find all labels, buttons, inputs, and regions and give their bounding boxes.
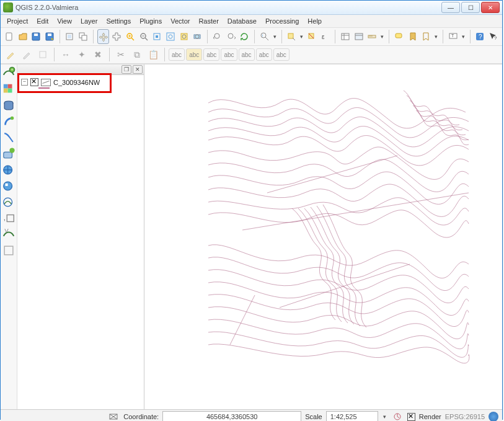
menubar: Project Edit View Layer Settings Plugins…: [1, 15, 502, 28]
cut-button[interactable]: ✂: [113, 47, 128, 62]
add-wms-button[interactable]: [1, 162, 16, 177]
paste-button[interactable]: 📋: [146, 47, 161, 62]
label-tool-4-button[interactable]: abc: [221, 48, 237, 61]
whats-this-button[interactable]: ?: [487, 29, 500, 44]
menu-database[interactable]: Database: [224, 16, 260, 26]
select-button[interactable]: [285, 29, 298, 44]
label-tool-5-button[interactable]: abc: [239, 48, 255, 61]
measure-menu-icon[interactable]: ▾: [379, 33, 385, 40]
identify-button[interactable]: i: [259, 29, 271, 44]
help-button[interactable]: ?: [474, 29, 486, 44]
bookmark-new-button[interactable]: [407, 29, 419, 44]
copy-button[interactable]: ⧉: [130, 47, 144, 62]
add-vector-layer-button[interactable]: +: [1, 66, 16, 81]
scale-input[interactable]: 1:42,525: [326, 411, 378, 421]
maximize-button[interactable]: ☐: [461, 2, 480, 13]
svg-line-14: [145, 38, 148, 40]
svg-rect-64: [7, 215, 14, 222]
menu-settings[interactable]: Settings: [102, 16, 135, 26]
new-composer-button[interactable]: [64, 29, 76, 44]
delete-selected-button[interactable]: ✖: [91, 47, 105, 62]
svg-text:+: +: [11, 68, 13, 72]
move-feature-button[interactable]: ↔: [58, 47, 73, 62]
layer-expand-icon[interactable]: −: [21, 79, 28, 86]
new-memory-layer-button[interactable]: [1, 243, 16, 258]
lock-scale-button[interactable]: [391, 410, 404, 421]
composer-manager-button[interactable]: [77, 29, 89, 44]
panel-close-button[interactable]: ✕: [133, 65, 143, 74]
crs-label[interactable]: EPSG:26915: [445, 413, 485, 420]
zoom-layer-button[interactable]: [192, 29, 204, 44]
save-project-button[interactable]: [30, 29, 42, 44]
toggle-extents-button[interactable]: [107, 410, 120, 421]
menu-vector[interactable]: Vector: [167, 16, 193, 26]
zoom-selection-button[interactable]: [178, 29, 190, 44]
add-feature-button[interactable]: [35, 47, 50, 62]
edit-toggle-button[interactable]: [3, 47, 18, 62]
label-tool-1-button[interactable]: abc: [169, 48, 185, 61]
add-wfs-button[interactable]: [1, 195, 16, 210]
zoom-native-button[interactable]: [151, 29, 163, 44]
node-tool-button[interactable]: ✦: [74, 47, 89, 62]
pan-to-selection-button[interactable]: [110, 29, 123, 44]
bookmarks-menu-icon[interactable]: ▾: [433, 33, 439, 40]
deselect-button[interactable]: [306, 29, 318, 44]
menu-raster[interactable]: Raster: [195, 16, 222, 26]
menu-view[interactable]: View: [53, 16, 76, 26]
new-project-button[interactable]: [3, 29, 15, 44]
save-project-as-button[interactable]: [43, 29, 56, 44]
expression-select-button[interactable]: ε: [319, 29, 332, 44]
menu-help[interactable]: Help: [304, 16, 325, 26]
zoom-full-button[interactable]: [164, 29, 177, 44]
annotation-menu-icon[interactable]: ▾: [461, 33, 466, 40]
identify-menu-icon[interactable]: ▾: [272, 33, 278, 40]
add-raster-layer-button[interactable]: [1, 82, 16, 97]
svg-rect-29: [288, 33, 293, 38]
text-annotation-button[interactable]: T: [447, 29, 459, 44]
open-table-button[interactable]: [339, 29, 351, 44]
measure-button[interactable]: [366, 29, 379, 44]
svg-text:ε: ε: [322, 33, 325, 40]
menu-project[interactable]: Project: [3, 16, 32, 26]
menu-processing[interactable]: Processing: [262, 16, 303, 26]
add-postgis-button[interactable]: [1, 98, 16, 113]
zoom-in-button[interactable]: [124, 29, 136, 44]
zoom-out-button[interactable]: [138, 29, 150, 44]
panel-undock-button[interactable]: ❐: [122, 65, 131, 74]
map-tips-button[interactable]: [393, 29, 405, 44]
map-canvas[interactable]: [144, 64, 502, 409]
label-tool-3-button[interactable]: abc: [203, 48, 219, 61]
add-oracle-button[interactable]: [1, 146, 16, 161]
add-csv-button[interactable]: ,: [1, 211, 16, 226]
zoom-next-button[interactable]: [225, 29, 237, 44]
crs-globe-icon[interactable]: [489, 412, 498, 421]
label-tool-6-button[interactable]: abc: [256, 48, 272, 61]
pan-button[interactable]: [97, 29, 110, 44]
new-vector-layer-button[interactable]: V: [1, 227, 16, 242]
close-button[interactable]: ✕: [481, 2, 500, 13]
svg-rect-17: [156, 35, 158, 38]
menu-layer[interactable]: Layer: [77, 16, 102, 26]
refresh-button[interactable]: [238, 29, 250, 44]
menu-edit[interactable]: Edit: [33, 16, 52, 26]
add-mssql-button[interactable]: [1, 130, 16, 145]
layer-visibility-checkbox[interactable]: [30, 78, 38, 86]
scale-dropdown-icon[interactable]: ▾: [382, 414, 387, 420]
field-calc-button[interactable]: [353, 29, 365, 44]
add-spatialite-button[interactable]: [1, 114, 16, 129]
label-tool-7-button[interactable]: abc: [273, 48, 290, 61]
label-tool-2-button[interactable]: abc: [186, 48, 202, 61]
coordinate-input[interactable]: 465684,3360530: [162, 411, 301, 421]
open-project-button[interactable]: [17, 29, 29, 44]
save-edits-button[interactable]: [19, 47, 34, 62]
add-wcs-button[interactable]: [1, 179, 16, 193]
layer-item[interactable]: − C_3009346NW: [20, 78, 141, 87]
zoom-last-button[interactable]: [211, 29, 224, 44]
select-menu-icon[interactable]: ▾: [299, 33, 304, 40]
svg-rect-57: [4, 152, 12, 158]
render-checkbox[interactable]: [407, 413, 415, 421]
bookmarks-button[interactable]: [420, 29, 432, 44]
minimize-button[interactable]: —: [441, 2, 460, 13]
render-label: Render: [419, 413, 441, 420]
menu-plugins[interactable]: Plugins: [136, 16, 166, 26]
